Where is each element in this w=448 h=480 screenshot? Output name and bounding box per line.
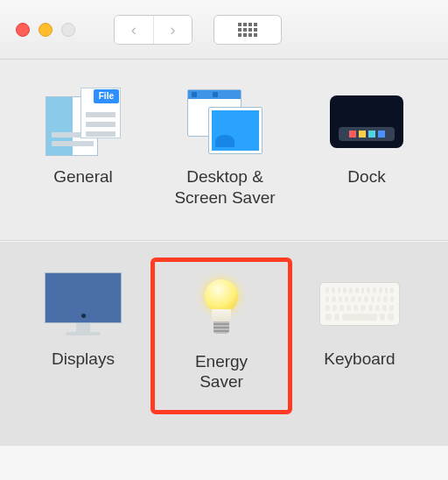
desktop-screen-saver-icon: [185, 86, 265, 158]
forward-button[interactable]: ›: [153, 16, 192, 44]
pref-item-energy-saver[interactable]: Energy Saver: [150, 258, 292, 415]
nav-segmented-control: ‹ ›: [114, 15, 192, 45]
minimize-window-button[interactable]: [38, 23, 52, 37]
pref-item-displays[interactable]: Displays: [12, 268, 154, 415]
close-window-button[interactable]: [16, 23, 30, 37]
pref-item-keyboard[interactable]: Keyboard: [289, 268, 430, 415]
lightbulb-icon: [181, 271, 262, 342]
back-button[interactable]: ‹: [115, 16, 153, 44]
pref-label: Keyboard: [324, 349, 395, 370]
window-titlebar: ‹ ›: [0, 0, 448, 60]
pref-label: Energy Saver: [195, 351, 248, 393]
zoom-window-button[interactable]: [61, 23, 75, 37]
displays-icon: [43, 268, 123, 340]
chevron-left-icon: ‹: [131, 20, 136, 39]
dock-icon: [326, 86, 407, 158]
prefs-row-1: File General Desktop & Screen Saver Dock: [0, 60, 448, 241]
show-all-button[interactable]: [214, 15, 282, 45]
chevron-right-icon: ›: [170, 20, 175, 39]
pref-label: General: [53, 166, 113, 187]
window-controls: [16, 23, 75, 37]
pref-label: Desktop & Screen Saver: [174, 166, 275, 208]
prefs-row-2: Displays Energy Saver Keyboard: [0, 241, 448, 447]
grid-icon: [238, 23, 257, 37]
pref-item-desktop-screen-saver[interactable]: Desktop & Screen Saver: [154, 86, 296, 208]
file-tag: File: [94, 89, 119, 103]
keyboard-icon: [319, 268, 400, 340]
pref-label: Displays: [52, 349, 115, 370]
general-icon: File: [43, 86, 123, 158]
pref-label: Dock: [347, 166, 385, 187]
pref-item-general[interactable]: File General: [12, 86, 154, 208]
pref-item-dock[interactable]: Dock: [296, 86, 438, 208]
